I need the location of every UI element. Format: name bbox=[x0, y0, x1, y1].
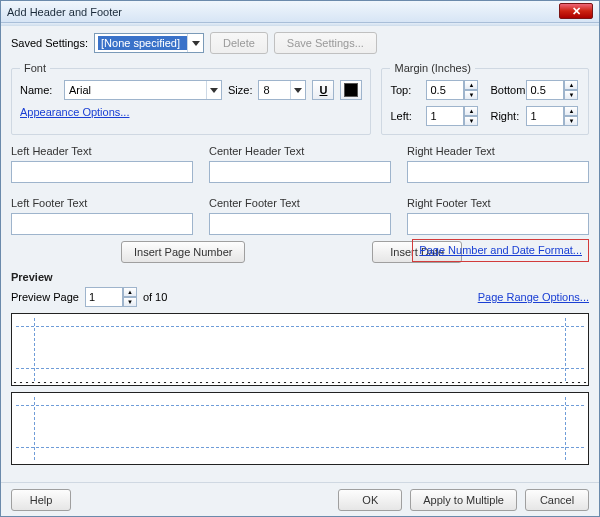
center-footer-input[interactable] bbox=[209, 213, 391, 235]
saved-settings-row: Saved Settings: [None specified] Delete … bbox=[11, 32, 589, 54]
chevron-down-icon bbox=[206, 81, 221, 99]
margin-right-input[interactable] bbox=[526, 106, 564, 126]
font-name-label: Name: bbox=[20, 84, 58, 96]
margin-bottom-input[interactable] bbox=[526, 80, 564, 100]
margin-top-input[interactable] bbox=[426, 80, 464, 100]
center-header-label: Center Header Text bbox=[209, 145, 391, 157]
margin-left-spinner[interactable]: ▲▼ bbox=[426, 106, 478, 126]
ok-button[interactable]: OK bbox=[338, 489, 402, 511]
margin-top-label: Top: bbox=[390, 84, 420, 96]
left-footer-label: Left Footer Text bbox=[11, 197, 193, 209]
chevron-down-icon bbox=[290, 81, 305, 99]
close-button[interactable]: ✕ bbox=[559, 3, 593, 19]
margin-left-input[interactable] bbox=[426, 106, 464, 126]
underline-icon: U bbox=[319, 84, 327, 96]
dialog-footer: Help OK Apply to Multiple Cancel bbox=[1, 482, 599, 516]
cancel-button[interactable]: Cancel bbox=[525, 489, 589, 511]
preview-of-text: of 10 bbox=[143, 291, 167, 303]
left-footer-input[interactable] bbox=[11, 213, 193, 235]
spin-up-icon[interactable]: ▲ bbox=[123, 287, 137, 297]
saved-settings-value: [None specified] bbox=[98, 36, 187, 50]
preview-pages bbox=[11, 313, 589, 465]
preview-page-bottom bbox=[11, 392, 589, 465]
spin-down-icon[interactable]: ▼ bbox=[464, 116, 478, 126]
header-footer-grid: Left Header Text Center Header Text Righ… bbox=[11, 145, 589, 235]
preview-section: Preview Preview Page ▲▼ of 10 Page Range… bbox=[11, 271, 589, 465]
spin-up-icon[interactable]: ▲ bbox=[564, 80, 578, 90]
font-name-combo[interactable]: Arial bbox=[64, 80, 222, 100]
font-name-value: Arial bbox=[65, 84, 206, 96]
left-header-label: Left Header Text bbox=[11, 145, 193, 157]
underline-button[interactable]: U bbox=[312, 80, 334, 100]
spin-down-icon[interactable]: ▼ bbox=[564, 90, 578, 100]
preview-page-spinner[interactable]: ▲▼ bbox=[85, 287, 137, 307]
saved-settings-label: Saved Settings: bbox=[11, 37, 88, 49]
appearance-options-link[interactable]: Appearance Options... bbox=[20, 106, 129, 118]
apply-multiple-button[interactable]: Apply to Multiple bbox=[410, 489, 517, 511]
font-legend: Font bbox=[20, 62, 50, 74]
right-header-input[interactable] bbox=[407, 161, 589, 183]
font-size-value: 8 bbox=[259, 84, 290, 96]
margin-right-spinner[interactable]: ▲▼ bbox=[526, 106, 578, 126]
font-size-combo[interactable]: 8 bbox=[258, 80, 306, 100]
center-footer-label: Center Footer Text bbox=[209, 197, 391, 209]
spin-up-icon[interactable]: ▲ bbox=[464, 106, 478, 116]
margin-bottom-label: Bottom: bbox=[490, 84, 520, 96]
delete-button[interactable]: Delete bbox=[210, 32, 268, 54]
preview-legend: Preview bbox=[11, 271, 589, 283]
font-color-button[interactable] bbox=[340, 80, 362, 100]
preview-page-top bbox=[11, 313, 589, 386]
titlebar: Add Header and Footer ✕ bbox=[1, 1, 599, 23]
spin-down-icon[interactable]: ▼ bbox=[123, 297, 137, 307]
preview-page-input[interactable] bbox=[85, 287, 123, 307]
font-size-label: Size: bbox=[228, 84, 252, 96]
preview-page-label: Preview Page bbox=[11, 291, 79, 303]
left-header-input[interactable] bbox=[11, 161, 193, 183]
insert-page-number-button[interactable]: Insert Page Number bbox=[121, 241, 245, 263]
font-group: Font Name: Arial Size: 8 U Appearance O bbox=[11, 62, 371, 135]
saved-settings-combo[interactable]: [None specified] bbox=[94, 33, 204, 53]
center-header-input[interactable] bbox=[209, 161, 391, 183]
margin-legend: Margin (Inches) bbox=[390, 62, 474, 74]
margin-left-label: Left: bbox=[390, 110, 420, 122]
right-footer-label: Right Footer Text bbox=[407, 197, 589, 209]
margin-right-label: Right: bbox=[490, 110, 520, 122]
window-title: Add Header and Footer bbox=[7, 6, 122, 18]
save-settings-button[interactable]: Save Settings... bbox=[274, 32, 377, 54]
spin-up-icon[interactable]: ▲ bbox=[564, 106, 578, 116]
margin-group: Margin (Inches) Top: ▲▼ Bottom: ▲▼ Left:… bbox=[381, 62, 589, 135]
page-range-options-link[interactable]: Page Range Options... bbox=[478, 291, 589, 303]
dialog-window: Add Header and Footer ✕ Saved Settings: … bbox=[0, 0, 600, 517]
close-icon: ✕ bbox=[572, 5, 581, 18]
help-button[interactable]: Help bbox=[11, 489, 71, 511]
color-swatch-icon bbox=[344, 83, 358, 97]
content-area: Saved Settings: [None specified] Delete … bbox=[1, 26, 599, 482]
right-footer-input[interactable] bbox=[407, 213, 589, 235]
chevron-down-icon bbox=[187, 34, 203, 52]
margin-top-spinner[interactable]: ▲▼ bbox=[426, 80, 478, 100]
spin-up-icon[interactable]: ▲ bbox=[464, 80, 478, 90]
page-number-date-format-link[interactable]: Page Number and Date Format... bbox=[419, 244, 582, 256]
margin-bottom-spinner[interactable]: ▲▼ bbox=[526, 80, 578, 100]
format-link-highlight: Page Number and Date Format... bbox=[412, 239, 589, 262]
insert-row: Insert Page Number Insert Date Page Numb… bbox=[11, 241, 589, 263]
spin-down-icon[interactable]: ▼ bbox=[464, 90, 478, 100]
right-header-label: Right Header Text bbox=[407, 145, 589, 157]
spin-down-icon[interactable]: ▼ bbox=[564, 116, 578, 126]
